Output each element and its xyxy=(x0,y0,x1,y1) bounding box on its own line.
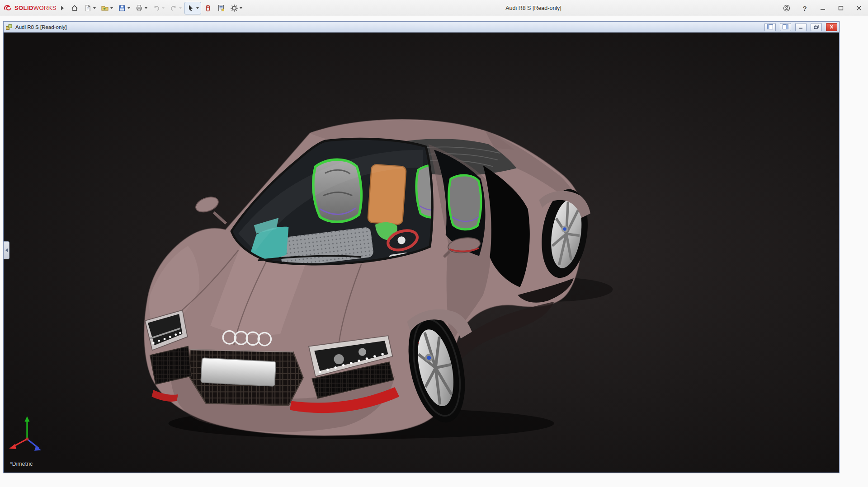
document-window: Audi R8 S [Read-only] xyxy=(3,21,840,473)
ds-logo-icon xyxy=(4,5,13,12)
select-arrow-icon xyxy=(187,4,195,12)
graphics-viewport[interactable]: *Dimetric xyxy=(4,33,839,473)
user-account-icon xyxy=(783,5,790,12)
file-properties-icon xyxy=(217,4,225,12)
solidworks-logo: SOLIDWORKS xyxy=(2,5,59,12)
document-title: Audi R8 S [Read-only] xyxy=(15,24,67,30)
doc-restore-button[interactable] xyxy=(811,23,822,31)
chevron-down-icon xyxy=(127,7,130,9)
doc-minimize-button[interactable] xyxy=(795,23,807,31)
chevron-down-icon xyxy=(93,7,96,9)
maximize-button[interactable] xyxy=(832,0,850,16)
save-icon xyxy=(118,4,126,12)
mouse-gestures-button[interactable] xyxy=(202,2,214,14)
close-icon xyxy=(855,5,863,12)
chevron-down-icon xyxy=(145,7,147,9)
mouse-gestures-icon xyxy=(204,4,212,12)
chevron-down-icon xyxy=(162,7,165,9)
print-icon xyxy=(135,4,143,12)
assembly-document-icon xyxy=(5,23,13,31)
user-account-button[interactable] xyxy=(778,0,796,16)
right-pane-toggle-icon xyxy=(783,24,788,29)
menu-flyout-arrow[interactable] xyxy=(59,3,66,14)
reference-triad[interactable] xyxy=(9,416,41,451)
window-controls: ? xyxy=(778,0,868,16)
save-button[interactable] xyxy=(116,2,132,14)
chevron-right-icon xyxy=(61,6,64,10)
chevron-down-icon xyxy=(240,7,242,9)
restore-icon xyxy=(813,24,819,29)
chevron-down-icon xyxy=(179,7,182,9)
featuremanager-collapsed-tab[interactable] xyxy=(4,241,9,259)
close-icon xyxy=(829,24,835,29)
center-console xyxy=(368,164,406,225)
view-orientation-label: *Dimetric xyxy=(10,461,33,467)
chevron-left-icon xyxy=(5,248,8,252)
help-button[interactable]: ? xyxy=(796,0,814,16)
chevron-down-icon xyxy=(110,7,113,9)
mirror-left[interactable] xyxy=(193,194,226,224)
brand-text: SOLIDWORKS xyxy=(14,5,57,11)
undo-button[interactable] xyxy=(150,2,167,14)
maximize-icon xyxy=(837,5,844,12)
options-button[interactable] xyxy=(228,2,245,14)
new-document-button[interactable] xyxy=(81,2,98,14)
chevron-down-icon xyxy=(196,7,199,9)
home-icon xyxy=(71,4,79,12)
home-button[interactable] xyxy=(68,2,81,14)
print-button[interactable] xyxy=(133,2,150,14)
left-pane-toggle-icon xyxy=(767,24,773,29)
open-button[interactable] xyxy=(99,2,115,14)
model-render-audi-r8[interactable] xyxy=(4,33,839,473)
doc-close-button[interactable] xyxy=(826,23,837,31)
document-titlebar[interactable]: Audi R8 S [Read-only] xyxy=(4,22,839,33)
app-titlebar: SOLIDWORKS xyxy=(0,0,868,16)
minimize-icon xyxy=(819,5,826,12)
app-window-title: Audi R8 S [Read-only] xyxy=(280,0,787,16)
options-gear-icon xyxy=(230,4,238,12)
select-tool-button[interactable] xyxy=(184,2,201,14)
left-pane-toggle-button[interactable] xyxy=(764,23,776,31)
license-plate[interactable] xyxy=(201,358,276,386)
minimize-button[interactable] xyxy=(814,0,832,16)
right-pane-toggle-button[interactable] xyxy=(780,23,791,31)
help-icon: ? xyxy=(802,5,807,12)
minimize-icon xyxy=(798,24,804,29)
close-app-button[interactable] xyxy=(850,0,868,16)
new-document-icon xyxy=(84,4,92,12)
main-toolbar xyxy=(68,2,245,14)
open-folder-icon xyxy=(101,4,109,12)
file-properties-button[interactable] xyxy=(215,2,227,14)
redo-button[interactable] xyxy=(167,2,184,14)
undo-icon xyxy=(152,4,160,12)
redo-icon xyxy=(170,4,178,12)
